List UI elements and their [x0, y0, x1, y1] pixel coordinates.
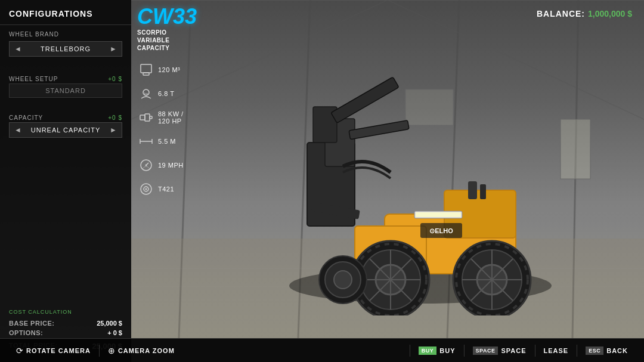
balance-display: BALANCE: 1,000,000 $ [537, 9, 632, 18]
svg-rect-45 [468, 181, 477, 199]
wheel-setup-price: +0 $ [108, 76, 122, 82]
model-icon [137, 180, 155, 198]
svg-rect-55 [150, 116, 152, 119]
width-icon [137, 132, 155, 150]
rotate-camera-action[interactable]: ⟳ ROTATE CAMERA [9, 339, 98, 362]
volume-icon [137, 61, 155, 79]
buy-label: BUY [439, 347, 455, 354]
svg-point-44 [334, 271, 352, 289]
space-label: SPAcE [501, 347, 526, 354]
wheel-setup-value: STANDARD [9, 83, 122, 98]
rotate-camera-label: ROTATE CAMERA [26, 347, 91, 354]
svg-rect-50 [143, 73, 149, 75]
stat-power: 88 KW / 120 HP [137, 109, 197, 126]
options-label: OPTIONS: [9, 329, 43, 336]
model-value: T421 [158, 185, 174, 193]
stat-width: 5.5 M [137, 132, 197, 150]
divider-4 [535, 345, 535, 357]
capacity-price: +0 $ [108, 115, 122, 121]
balance-label: BALANCE: [537, 9, 585, 18]
base-price-value: 25,000 $ [97, 320, 122, 327]
svg-rect-20 [331, 77, 399, 123]
sidebar: CONFIGURATIONS WHEEL BRAND ◄ TRELLEBORG … [0, 0, 131, 362]
stats-panel: CW33 SCORPIO VARIABLE CAPACITY 120 M³ kg… [131, 0, 203, 210]
wheel-brand-left-arrow[interactable]: ◄ [14, 45, 21, 53]
space-key: SPACE [473, 346, 499, 355]
vehicle-display: ⊙ELHO CW33 [209, 36, 632, 326]
svg-rect-21 [349, 120, 409, 139]
camera-zoom-icon: ⊕ [108, 346, 115, 355]
stat-weight: kg 6.8 T [137, 85, 197, 103]
stat-model: T421 [137, 180, 197, 198]
volume-value: 120 M³ [158, 66, 180, 73]
svg-point-63 [145, 188, 147, 190]
capacity-label-row: CAPACITY +0 $ [9, 115, 122, 121]
capacity-label: CAPACITY [9, 115, 43, 121]
wheel-brand-value: TRELLEBORG [21, 45, 110, 52]
speed-icon [137, 156, 155, 174]
wheel-brand-right-arrow[interactable]: ► [110, 45, 117, 53]
cost-title: COST CALCULATION [9, 309, 122, 315]
power-value: 88 KW / 120 HP [158, 110, 197, 125]
wheel-brand-label: WHEEL BRAND [9, 31, 122, 38]
capacity-selector[interactable]: ◄ UNREAL CAPACITY ► [9, 122, 122, 138]
svg-rect-49 [141, 64, 151, 73]
action-bar: ⟳ ROTATE CAMERA ⊕ CAMERA ZOOM BUY BUY SP… [0, 338, 644, 362]
svg-text:kg: kg [144, 92, 148, 95]
capacity-right-arrow[interactable]: ► [110, 126, 117, 134]
balance-value: 1,000,000 $ [588, 9, 632, 18]
capacity-value: UNREAL CAPACITY [21, 126, 110, 134]
wheel-brand-section: WHEEL BRAND ◄ TRELLEBORG ► [0, 25, 131, 65]
back-label: BACK [606, 347, 628, 354]
base-price-label: BASE PRICE: [9, 320, 54, 327]
camera-zoom-action[interactable]: ⊕ CAMERA ZOOM [101, 339, 182, 362]
buy-key: BUY [419, 346, 437, 355]
wheel-setup-section: WHEEL SETUP +0 $ STANDARD [0, 65, 131, 104]
divider-3 [464, 345, 465, 357]
wheel-setup-label: WHEEL SETUP [9, 76, 58, 82]
svg-rect-54 [145, 114, 150, 121]
speed-value: 19 MPH [158, 162, 184, 169]
divider-5 [577, 345, 577, 357]
wheel-brand-selector[interactable]: ◄ TRELLEBORG ► [9, 41, 122, 57]
svg-rect-48 [416, 212, 461, 217]
options-row: OPTIONS: + 0 $ [9, 329, 122, 336]
space-action[interactable]: SPACE SPAcE [466, 339, 534, 362]
lease-label: LEASE [544, 347, 569, 354]
esc-key: ESC [586, 346, 603, 355]
weight-icon: kg [137, 85, 155, 103]
stat-volume: 120 M³ [137, 61, 197, 79]
svg-rect-53 [140, 115, 145, 120]
capacity-left-arrow[interactable]: ◄ [14, 126, 21, 134]
power-icon [137, 109, 155, 126]
divider-2 [410, 345, 410, 357]
back-action[interactable]: ESC BACK [578, 339, 635, 362]
wheel-setup-label-row: WHEEL SETUP +0 $ [9, 76, 122, 82]
stat-speed: 19 MPH [137, 156, 197, 174]
lease-action[interactable]: LEASE [537, 339, 576, 362]
options-value: + 0 $ [107, 329, 122, 336]
vehicle-subtitle: SCORPIO VARIABLE CAPACITY [137, 29, 197, 52]
sidebar-title: CONFIGURATIONS [0, 0, 131, 25]
svg-text:⊙ELHO: ⊙ELHO [429, 227, 453, 234]
svg-rect-46 [480, 184, 486, 199]
camera-zoom-label: CAMERA ZOOM [118, 347, 175, 354]
rotate-camera-icon: ⟳ [16, 346, 23, 355]
weight-value: 6.8 T [158, 90, 174, 97]
capacity-section: CAPACITY +0 $ ◄ UNREAL CAPACITY ► [0, 104, 131, 146]
buy-action[interactable]: BUY BUY [411, 339, 463, 362]
width-value: 5.5 M [158, 138, 176, 145]
divider-1 [99, 345, 100, 357]
base-price-row: BASE PRICE: 25,000 $ [9, 320, 122, 327]
svg-point-60 [145, 165, 147, 166]
vehicle-name: CW33 [137, 6, 197, 27]
